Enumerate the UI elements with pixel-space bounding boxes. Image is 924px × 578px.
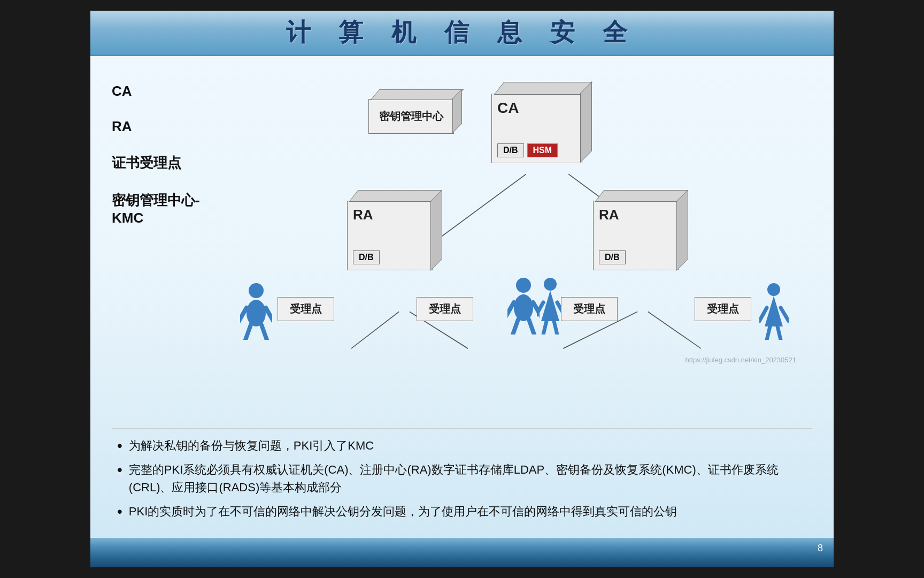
- svg-point-12: [516, 278, 531, 293]
- ra-left-box: RA D/B: [347, 201, 433, 270]
- person-woman-svg: [537, 276, 564, 334]
- left-labels: CA RA 证书受理点 密钥管理中心-KMC: [112, 67, 229, 428]
- slide-header: 计 算 机 信 息 安 全: [90, 11, 834, 56]
- ra-left-db: D/B: [353, 250, 380, 264]
- ca-box: CA D/B HSM: [491, 94, 582, 163]
- shouli-box-3-wrap: 受理点: [561, 297, 618, 321]
- svg-point-13: [514, 294, 533, 321]
- slide: 计 算 机 信 息 安 全 CA RA 证书受理点 密钥管理中心-KMC: [90, 11, 834, 567]
- svg-line-10: [245, 325, 251, 340]
- slide-body: CA RA 证书受理点 密钥管理中心-KMC: [90, 56, 834, 538]
- svg-line-16: [513, 320, 518, 334]
- svg-line-17: [529, 320, 534, 334]
- svg-line-2: [351, 312, 399, 349]
- shouli-box-2-wrap: 受理点: [417, 297, 473, 321]
- bullet-dot-3: •: [117, 503, 122, 521]
- bullet-item-1: • 为解决私钥的备份与恢复问题，PKI引入了KMC: [117, 437, 807, 455]
- slide-bottom-wave: [90, 557, 834, 567]
- shouli-label-4: 受理点: [695, 297, 751, 321]
- svg-line-0: [431, 174, 526, 245]
- person-right-svg: [759, 281, 789, 340]
- person-1: [240, 281, 272, 342]
- svg-line-23: [554, 321, 557, 334]
- kmc-label: 密钥管理中心: [368, 99, 454, 134]
- person-man-svg: [507, 276, 540, 334]
- svg-point-24: [767, 283, 780, 296]
- bullet-dot-1: •: [117, 437, 122, 455]
- bullet-item-3: • PKI的实质时为了在不可信的网络中解决公钥分发问题，为了使用户在不可信的网络…: [117, 503, 807, 521]
- page-number: 8: [818, 543, 823, 554]
- label-ca: CA: [112, 83, 229, 100]
- bullet-text-2: 完整的PKI系统必须具有权威认证机关(CA)、注册中心(RA)数字证书存储库LD…: [129, 461, 807, 496]
- svg-point-7: [247, 300, 266, 326]
- diagram-area: 密钥管理中心 CA D/B: [229, 67, 812, 428]
- slide-title: 计 算 机 信 息 安 全: [286, 16, 638, 49]
- bullet-dot-2: •: [117, 461, 122, 496]
- slide-footer: 8: [90, 538, 834, 557]
- shouli-label-2: 受理点: [417, 297, 473, 321]
- bullet-text-3: PKI的实质时为了在不可信的网络中解决公钥分发问题，为了使用户在不可信的网络中得…: [129, 503, 677, 521]
- svg-line-11: [261, 325, 267, 340]
- svg-line-27: [781, 308, 789, 321]
- svg-line-8: [240, 308, 247, 324]
- ca-label: CA: [497, 100, 519, 117]
- svg-line-29: [777, 326, 781, 340]
- svg-line-26: [759, 308, 767, 321]
- person-right: [759, 281, 789, 342]
- svg-marker-25: [765, 296, 783, 326]
- shouli-label-3: 受理点: [561, 297, 618, 321]
- ra-left-label: RA: [353, 207, 373, 223]
- svg-marker-19: [541, 291, 559, 321]
- ra-right-box: RA D/B: [593, 201, 679, 270]
- label-kmc: 密钥管理中心-KMC: [112, 191, 229, 226]
- svg-line-9: [266, 308, 272, 324]
- svg-line-5: [648, 312, 701, 349]
- svg-line-22: [543, 321, 546, 334]
- ra-right-db: D/B: [599, 250, 626, 264]
- bullet-item-2: • 完整的PKI系统必须具有权威认证机关(CA)、注册中心(RA)数字证书存储库…: [117, 461, 807, 496]
- svg-line-20: [537, 302, 543, 316]
- svg-line-14: [507, 302, 514, 318]
- content-area: CA RA 证书受理点 密钥管理中心-KMC: [112, 67, 812, 428]
- kmc-box: 密钥管理中心: [368, 99, 454, 134]
- ca-hsm-label: HSM: [527, 143, 558, 157]
- shouli-box-1-wrap: 受理点: [278, 297, 334, 321]
- ca-db-label: D/B: [497, 143, 524, 157]
- bullet-text-1: 为解决私钥的备份与恢复问题，PKI引入了KMC: [129, 437, 374, 455]
- label-shouli: 证书受理点: [112, 154, 229, 172]
- shouli-label-1: 受理点: [278, 297, 334, 321]
- shouli-box-4-wrap: 受理点: [695, 297, 751, 321]
- svg-line-28: [767, 326, 770, 340]
- svg-point-18: [544, 278, 557, 291]
- watermark: https://jiuleg.csdn.net/kin_20230521: [686, 356, 796, 364]
- svg-point-6: [249, 283, 264, 298]
- bullet-section: • 为解决私钥的备份与恢复问题，PKI引入了KMC • 完整的PKI系统必须具有…: [112, 428, 812, 533]
- person-1-svg: [240, 281, 272, 340]
- label-ra: RA: [112, 118, 229, 135]
- ra-right-label: RA: [599, 207, 619, 223]
